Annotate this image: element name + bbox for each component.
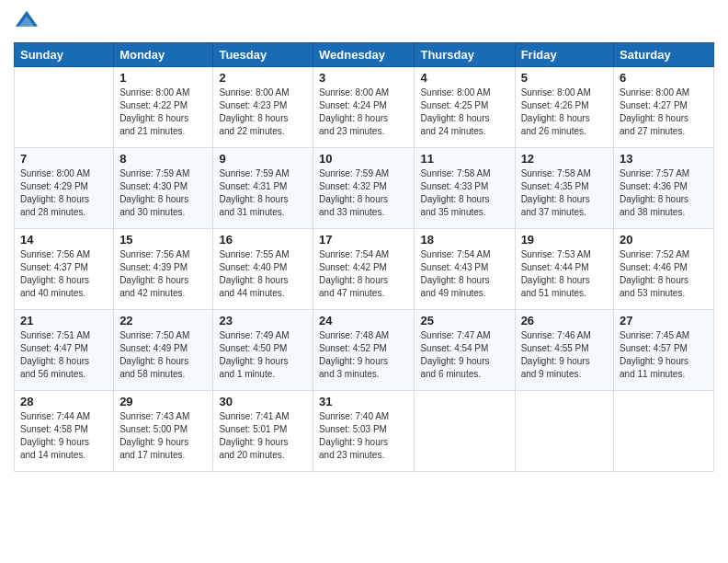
- day-info: Sunrise: 7:40 AM Sunset: 5:03 PM Dayligh…: [319, 410, 408, 462]
- day-number: 16: [219, 233, 307, 247]
- calendar-cell: 5Sunrise: 8:00 AM Sunset: 4:26 PM Daylig…: [515, 67, 613, 148]
- calendar-cell: 8Sunrise: 7:59 AM Sunset: 4:30 PM Daylig…: [114, 148, 213, 229]
- calendar-cell: 1Sunrise: 8:00 AM Sunset: 4:22 PM Daylig…: [114, 67, 213, 148]
- weekday-header-saturday: Saturday: [614, 43, 714, 67]
- day-info: Sunrise: 7:51 AM Sunset: 4:47 PM Dayligh…: [20, 329, 108, 381]
- day-info: Sunrise: 7:55 AM Sunset: 4:40 PM Dayligh…: [219, 248, 307, 300]
- day-info: Sunrise: 7:41 AM Sunset: 5:01 PM Dayligh…: [219, 410, 307, 462]
- day-number: 15: [119, 233, 207, 247]
- calendar-cell: 30Sunrise: 7:41 AM Sunset: 5:01 PM Dayli…: [213, 391, 313, 472]
- calendar-week-5: 28Sunrise: 7:44 AM Sunset: 4:58 PM Dayli…: [15, 391, 714, 472]
- weekday-header-sunday: Sunday: [15, 43, 114, 67]
- day-number: 12: [521, 152, 608, 166]
- calendar-week-4: 21Sunrise: 7:51 AM Sunset: 4:47 PM Dayli…: [15, 310, 714, 391]
- day-info: Sunrise: 8:00 AM Sunset: 4:22 PM Dayligh…: [119, 86, 207, 138]
- calendar-cell: 13Sunrise: 7:57 AM Sunset: 4:36 PM Dayli…: [614, 148, 714, 229]
- calendar-cell: 18Sunrise: 7:54 AM Sunset: 4:43 PM Dayli…: [415, 229, 515, 310]
- calendar-cell: 3Sunrise: 8:00 AM Sunset: 4:24 PM Daylig…: [313, 67, 415, 148]
- calendar-cell: [415, 391, 515, 472]
- page-container: SundayMondayTuesdayWednesdayThursdayFrid…: [0, 0, 728, 563]
- day-info: Sunrise: 7:47 AM Sunset: 4:54 PM Dayligh…: [420, 329, 508, 381]
- weekday-header-friday: Friday: [515, 43, 613, 67]
- calendar-cell: 15Sunrise: 7:56 AM Sunset: 4:39 PM Dayli…: [114, 229, 213, 310]
- weekday-header-tuesday: Tuesday: [213, 43, 313, 67]
- day-number: 6: [620, 71, 708, 85]
- day-number: 8: [119, 152, 207, 166]
- calendar-table: SundayMondayTuesdayWednesdayThursdayFrid…: [14, 42, 714, 472]
- day-number: 17: [319, 233, 408, 247]
- calendar-cell: 16Sunrise: 7:55 AM Sunset: 4:40 PM Dayli…: [213, 229, 313, 310]
- day-info: Sunrise: 8:00 AM Sunset: 4:29 PM Dayligh…: [20, 167, 108, 219]
- day-info: Sunrise: 8:00 AM Sunset: 4:24 PM Dayligh…: [319, 86, 408, 138]
- calendar-cell: 20Sunrise: 7:52 AM Sunset: 4:46 PM Dayli…: [614, 229, 714, 310]
- calendar-cell: 29Sunrise: 7:43 AM Sunset: 5:00 PM Dayli…: [114, 391, 213, 472]
- day-number: 3: [319, 71, 408, 85]
- day-info: Sunrise: 7:56 AM Sunset: 4:39 PM Dayligh…: [119, 248, 207, 300]
- day-number: 24: [319, 314, 408, 327]
- day-info: Sunrise: 8:00 AM Sunset: 4:25 PM Dayligh…: [420, 86, 508, 138]
- day-number: 21: [20, 314, 108, 327]
- calendar-cell: 7Sunrise: 8:00 AM Sunset: 4:29 PM Daylig…: [15, 148, 114, 229]
- header: [14, 9, 714, 35]
- calendar-cell: 24Sunrise: 7:48 AM Sunset: 4:52 PM Dayli…: [313, 310, 415, 391]
- day-info: Sunrise: 7:54 AM Sunset: 4:42 PM Dayligh…: [319, 248, 408, 300]
- calendar-cell: 6Sunrise: 8:00 AM Sunset: 4:27 PM Daylig…: [614, 67, 714, 148]
- day-number: 28: [20, 395, 108, 408]
- calendar-week-3: 14Sunrise: 7:56 AM Sunset: 4:37 PM Dayli…: [15, 229, 714, 310]
- day-info: Sunrise: 7:48 AM Sunset: 4:52 PM Dayligh…: [319, 329, 408, 381]
- calendar-cell: 26Sunrise: 7:46 AM Sunset: 4:55 PM Dayli…: [515, 310, 613, 391]
- day-number: 9: [219, 152, 307, 166]
- weekday-header-thursday: Thursday: [415, 43, 515, 67]
- calendar-cell: 23Sunrise: 7:49 AM Sunset: 4:50 PM Dayli…: [213, 310, 313, 391]
- weekday-header-monday: Monday: [114, 43, 213, 67]
- calendar-week-2: 7Sunrise: 8:00 AM Sunset: 4:29 PM Daylig…: [15, 148, 714, 229]
- calendar-cell: 10Sunrise: 7:59 AM Sunset: 4:32 PM Dayli…: [313, 148, 415, 229]
- calendar-cell: 9Sunrise: 7:59 AM Sunset: 4:31 PM Daylig…: [213, 148, 313, 229]
- day-info: Sunrise: 8:00 AM Sunset: 4:23 PM Dayligh…: [219, 86, 307, 138]
- day-info: Sunrise: 7:58 AM Sunset: 4:33 PM Dayligh…: [420, 167, 508, 219]
- day-number: 23: [219, 314, 307, 327]
- weekday-header-wednesday: Wednesday: [313, 43, 415, 67]
- day-info: Sunrise: 7:52 AM Sunset: 4:46 PM Dayligh…: [620, 248, 708, 300]
- day-number: 19: [521, 233, 608, 247]
- day-number: 30: [219, 395, 307, 408]
- day-number: 7: [20, 152, 108, 166]
- day-number: 20: [620, 233, 708, 247]
- day-number: 10: [319, 152, 408, 166]
- day-info: Sunrise: 7:56 AM Sunset: 4:37 PM Dayligh…: [20, 248, 108, 300]
- logo: [14, 9, 41, 35]
- calendar-cell: 17Sunrise: 7:54 AM Sunset: 4:42 PM Dayli…: [313, 229, 415, 310]
- day-info: Sunrise: 7:50 AM Sunset: 4:49 PM Dayligh…: [119, 329, 207, 381]
- calendar-cell: 22Sunrise: 7:50 AM Sunset: 4:49 PM Dayli…: [114, 310, 213, 391]
- day-info: Sunrise: 8:00 AM Sunset: 4:27 PM Dayligh…: [620, 86, 708, 138]
- calendar-cell: [614, 391, 714, 472]
- day-info: Sunrise: 7:45 AM Sunset: 4:57 PM Dayligh…: [620, 329, 708, 381]
- calendar-cell: 21Sunrise: 7:51 AM Sunset: 4:47 PM Dayli…: [15, 310, 114, 391]
- day-info: Sunrise: 7:46 AM Sunset: 4:55 PM Dayligh…: [521, 329, 608, 381]
- calendar-cell: [515, 391, 613, 472]
- day-number: 11: [420, 152, 508, 166]
- day-number: 25: [420, 314, 508, 327]
- calendar-cell: 27Sunrise: 7:45 AM Sunset: 4:57 PM Dayli…: [614, 310, 714, 391]
- day-number: 27: [620, 314, 708, 327]
- day-number: 5: [521, 71, 608, 85]
- calendar-week-1: 1Sunrise: 8:00 AM Sunset: 4:22 PM Daylig…: [15, 67, 714, 148]
- day-number: 22: [119, 314, 207, 327]
- logo-icon: [14, 9, 40, 35]
- day-info: Sunrise: 7:54 AM Sunset: 4:43 PM Dayligh…: [420, 248, 508, 300]
- calendar-cell: 12Sunrise: 7:58 AM Sunset: 4:35 PM Dayli…: [515, 148, 613, 229]
- day-info: Sunrise: 7:43 AM Sunset: 5:00 PM Dayligh…: [119, 410, 207, 462]
- day-number: 29: [119, 395, 207, 408]
- calendar-cell: [15, 67, 114, 148]
- calendar-cell: 14Sunrise: 7:56 AM Sunset: 4:37 PM Dayli…: [15, 229, 114, 310]
- calendar-cell: 2Sunrise: 8:00 AM Sunset: 4:23 PM Daylig…: [213, 67, 313, 148]
- day-number: 13: [620, 152, 708, 166]
- day-number: 31: [319, 395, 408, 408]
- day-info: Sunrise: 7:59 AM Sunset: 4:32 PM Dayligh…: [319, 167, 408, 219]
- day-number: 1: [119, 71, 207, 85]
- day-number: 18: [420, 233, 508, 247]
- day-number: 2: [219, 71, 307, 85]
- day-number: 26: [521, 314, 608, 327]
- day-info: Sunrise: 7:57 AM Sunset: 4:36 PM Dayligh…: [620, 167, 708, 219]
- calendar-cell: 25Sunrise: 7:47 AM Sunset: 4:54 PM Dayli…: [415, 310, 515, 391]
